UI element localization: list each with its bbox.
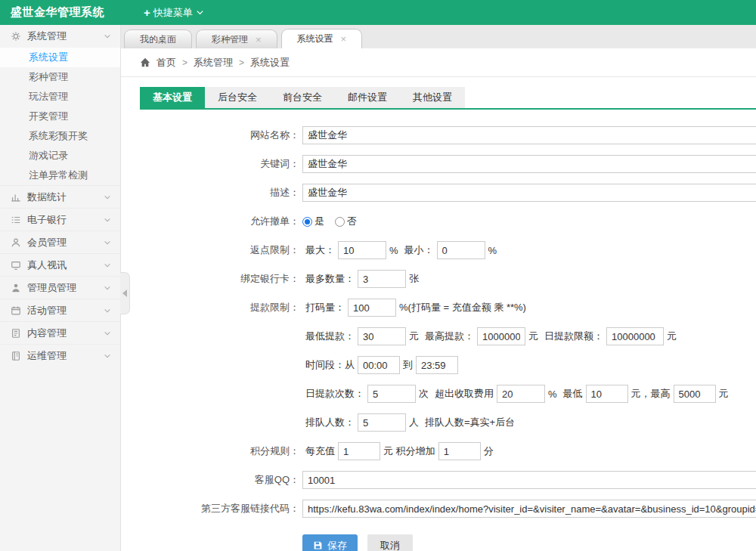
breadcrumb-item[interactable]: 系统管理	[194, 56, 233, 70]
sidebar-item-draw-mgmt[interactable]: 开奖管理	[0, 107, 120, 126]
quick-menu-button[interactable]: + 快捷菜单	[144, 6, 204, 20]
daily-times-label: 日提款次数：	[305, 387, 364, 401]
sidebar-submenu: 系统设置 彩种管理 玩法管理 开奖管理 系统彩预开奖 游戏记录 注单异常检测	[0, 48, 120, 185]
sidebar-section-ops[interactable]: 运维管理	[0, 344, 120, 367]
calendar-icon	[11, 305, 21, 316]
dama-note: %(打码量 = 充值金额 乘 **%)	[399, 301, 526, 314]
times-unit: 次	[419, 387, 429, 401]
sidebar-section-system[interactable]: 系统管理	[0, 25, 120, 48]
rebate-min-input[interactable]	[437, 241, 485, 259]
form-row: 绑定银行卡： 最多数量： 张	[140, 270, 756, 288]
tab-basic-settings[interactable]: 基本设置	[140, 87, 205, 108]
chevron-down-icon	[104, 33, 111, 40]
radio-label: 否	[347, 215, 357, 228]
gear-icon	[11, 31, 21, 42]
tab-system-settings[interactable]: 系统设置 ×	[281, 29, 363, 48]
chevron-left-icon	[122, 289, 127, 297]
form-row: 允许撤单： 是 否	[140, 212, 756, 231]
fee-min-input[interactable]	[586, 385, 628, 403]
dama-input[interactable]	[348, 299, 396, 317]
form-row: 客服QQ：	[140, 471, 756, 489]
fee-max-input[interactable]	[674, 385, 716, 403]
sidebar-section-ebank[interactable]: 电子银行	[0, 208, 120, 231]
tab-mail-settings[interactable]: 邮件设置	[335, 87, 400, 108]
third-party-input[interactable]	[302, 500, 756, 518]
sidebar-item-predraw[interactable]: 系统彩预开奖	[0, 126, 120, 146]
app-title: 盛世金华管理系统	[0, 5, 104, 20]
cancel-button[interactable]: 取消	[367, 534, 413, 551]
radio-label: 是	[314, 215, 324, 228]
sidebar-section-members[interactable]: 会员管理	[0, 231, 120, 253]
points-per-input[interactable]	[338, 442, 380, 460]
queue-unit: 人	[409, 416, 419, 429]
allow-cancel-no-radio[interactable]: 否	[335, 215, 357, 228]
points-add-label: 元 积分增加	[383, 444, 435, 458]
settings-tab-strip: 基本设置 后台安全 前台安全 邮件设置 其他设置	[140, 87, 756, 110]
daily-times-input[interactable]	[367, 385, 416, 403]
sidebar-item-play-mgmt[interactable]: 玩法管理	[0, 87, 120, 107]
sidebar-collapse-handle[interactable]	[120, 272, 130, 314]
save-icon	[313, 540, 323, 550]
form-row: 日提款次数： 次 超出收取费用 % 最低 元，最高 元	[140, 385, 756, 403]
fee-input[interactable]	[497, 385, 545, 403]
rebate-min-label: 最小：	[404, 243, 434, 257]
tab-other-settings[interactable]: 其他设置	[400, 87, 465, 108]
sidebar-section-activities[interactable]: 活动管理	[0, 299, 120, 321]
form-row: 关键词：	[140, 155, 756, 173]
breadcrumb-separator: >	[182, 57, 187, 68]
keywords-input[interactable]	[302, 155, 756, 173]
third-party-label: 第三方客服链接代码：	[140, 502, 302, 515]
rebate-max-input[interactable]	[338, 241, 386, 259]
max-withdraw-input[interactable]	[477, 327, 525, 345]
allow-cancel-yes-radio[interactable]: 是	[302, 215, 324, 228]
site-name-input[interactable]	[302, 126, 756, 144]
video-icon	[11, 260, 21, 271]
sidebar-section-admins[interactable]: 管理员管理	[0, 276, 120, 299]
percent-sign: %	[548, 388, 557, 400]
sidebar-item-lottery-mgmt[interactable]: 彩种管理	[0, 67, 120, 87]
qq-input[interactable]	[302, 471, 756, 489]
time-to-input[interactable]	[416, 356, 458, 374]
percent-sign: %	[488, 245, 497, 256]
description-input[interactable]	[302, 184, 756, 202]
chevron-down-icon	[104, 193, 111, 201]
close-icon[interactable]: ×	[256, 35, 262, 45]
tab-backend-security[interactable]: 后台安全	[205, 87, 270, 108]
points-add-input[interactable]	[438, 442, 481, 460]
chevron-down-icon	[104, 216, 111, 224]
min-withdraw-label: 最低提款：	[305, 330, 355, 343]
daily-limit-input[interactable]	[606, 327, 664, 345]
sidebar-section-statistics[interactable]: 数据统计	[0, 185, 120, 208]
breadcrumb-separator: >	[239, 57, 244, 68]
chevron-down-icon	[104, 262, 111, 269]
content-icon	[11, 328, 21, 339]
tab-lottery-mgmt[interactable]: 彩种管理 ×	[196, 29, 277, 48]
time-from-input[interactable]	[358, 356, 400, 374]
settings-panel: 基本设置 后台安全 前台安全 邮件设置 其他设置 网站名称： 关键词：	[121, 77, 756, 551]
plus-icon: +	[144, 6, 150, 19]
sidebar-item-system-settings[interactable]: 系统设置	[0, 48, 120, 67]
time-range-label: 时间段：从	[305, 358, 355, 372]
yuan-sign: 元	[719, 387, 729, 401]
site-name-label: 网站名称：	[140, 128, 302, 142]
sidebar-item-game-records[interactable]: 游戏记录	[0, 146, 120, 166]
bank-card-qty-input[interactable]	[358, 270, 406, 288]
min-withdraw-input[interactable]	[358, 327, 406, 345]
sidebar-section-live-video[interactable]: 真人视讯	[0, 253, 120, 276]
ops-icon	[11, 351, 21, 361]
sidebar-item-bet-anomaly[interactable]: 注单异常检测	[0, 166, 120, 185]
tab-my-desktop[interactable]: 我的桌面	[124, 29, 192, 48]
points-rule-label: 积分规则：	[140, 444, 302, 458]
tab-frontend-security[interactable]: 前台安全	[270, 87, 335, 108]
bank-card-label: 绑定银行卡：	[140, 272, 302, 286]
form-row: 返点限制： 最大： % 最小： %	[140, 241, 756, 259]
sidebar-section-contents[interactable]: 内容管理	[0, 321, 120, 344]
save-button[interactable]: 保存	[302, 534, 358, 551]
breadcrumb-item[interactable]: 系统设置	[250, 56, 290, 70]
close-icon[interactable]: ×	[341, 34, 347, 44]
yuan-sign: 元	[528, 330, 538, 343]
breadcrumb-home[interactable]: 首页	[156, 56, 176, 70]
queue-input[interactable]	[358, 413, 406, 432]
max-withdraw-label: 最高提款：	[425, 330, 474, 343]
window-tab-bar: 我的桌面 彩种管理 × 系统设置 ×	[121, 25, 756, 48]
